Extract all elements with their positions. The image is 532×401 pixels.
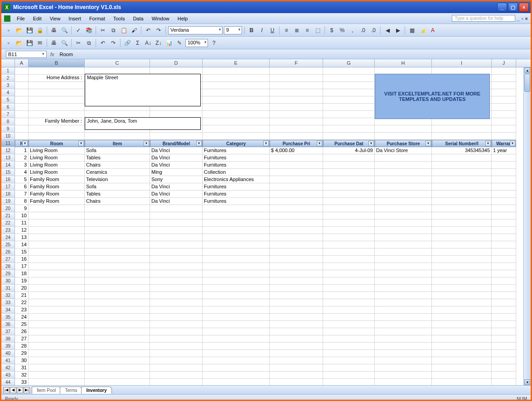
row-header[interactable]: 36 — [1, 321, 15, 328]
cell[interactable] — [150, 241, 203, 248]
cell[interactable] — [375, 364, 432, 372]
font-size-select[interactable]: 9 — [224, 26, 242, 34]
cell[interactable] — [203, 372, 270, 379]
cell[interactable] — [432, 379, 492, 385]
formula-bar[interactable]: Room — [58, 51, 531, 57]
cell[interactable] — [492, 67, 516, 75]
address-input[interactable]: Mapple Street — [85, 74, 201, 106]
vertical-scrollbar[interactable]: ▴ ▾ — [523, 67, 531, 385]
cell[interactable] — [270, 335, 323, 343]
cell[interactable] — [492, 350, 516, 357]
cell[interactable] — [150, 299, 203, 306]
row-header[interactable]: 31 — [1, 285, 15, 292]
cell-date[interactable]: 4-Jul-09 — [323, 147, 375, 154]
row-header[interactable]: 23 — [1, 227, 15, 234]
row-header[interactable]: 11 — [1, 140, 15, 147]
sheet-tab-terms[interactable]: Terms — [60, 387, 82, 394]
cell[interactable] — [323, 335, 375, 343]
row-header[interactable]: 42 — [1, 364, 15, 372]
cell[interactable] — [203, 248, 270, 256]
cell[interactable] — [492, 118, 516, 125]
cell[interactable] — [150, 357, 203, 364]
cell[interactable] — [375, 343, 432, 350]
cell[interactable] — [150, 234, 203, 241]
menu-help[interactable]: Help — [174, 15, 192, 22]
cell-serial[interactable] — [432, 198, 492, 205]
cell[interactable] — [85, 227, 150, 234]
cell[interactable] — [375, 379, 432, 385]
paste-icon[interactable]: 📋 — [119, 26, 128, 35]
cell[interactable] — [492, 328, 516, 335]
cell-brand[interactable]: Da Vinci — [150, 162, 203, 169]
column-header-E[interactable]: E — [203, 59, 270, 67]
doc-close-button[interactable]: × — [525, 16, 528, 21]
cell[interactable] — [375, 335, 432, 343]
cell[interactable] — [203, 350, 270, 357]
cell[interactable] — [323, 227, 375, 234]
cell[interactable] — [270, 328, 323, 335]
row-header[interactable]: 40 — [1, 350, 15, 357]
table-header-category[interactable]: Category▾ — [203, 140, 270, 147]
cell[interactable] — [375, 357, 432, 364]
cell[interactable] — [29, 256, 85, 263]
row-header[interactable]: 17 — [1, 183, 15, 191]
cell[interactable] — [323, 379, 375, 385]
cell-category[interactable]: Collection — [203, 169, 270, 176]
cell[interactable] — [492, 292, 516, 299]
tab-first-icon[interactable]: |◀ — [3, 387, 10, 393]
cell[interactable] — [323, 205, 375, 212]
cell[interactable] — [150, 335, 203, 343]
cell[interactable] — [150, 328, 203, 335]
cell[interactable] — [323, 212, 375, 220]
cell-serial[interactable] — [432, 162, 492, 169]
cell[interactable] — [375, 328, 432, 335]
cell[interactable] — [492, 335, 516, 343]
cell[interactable] — [375, 277, 432, 285]
filter-dropdown-icon[interactable]: ▾ — [78, 141, 84, 146]
row-header[interactable]: 9 — [1, 125, 15, 133]
cell[interactable] — [492, 306, 516, 314]
row-header[interactable]: 33 — [1, 299, 15, 306]
cell[interactable] — [150, 256, 203, 263]
cell[interactable] — [323, 104, 375, 111]
cell[interactable] — [203, 82, 270, 89]
align-right-icon[interactable]: ≡ — [303, 26, 312, 35]
cell-store[interactable] — [375, 183, 432, 191]
cell[interactable] — [203, 343, 270, 350]
cell[interactable] — [432, 357, 492, 364]
family-input[interactable]: John, Jane, Dora, Tom — [85, 117, 201, 130]
cell[interactable] — [85, 241, 150, 248]
cell-brand[interactable]: Da Vinci — [150, 191, 203, 198]
cell[interactable] — [150, 220, 203, 227]
cell[interactable] — [29, 89, 85, 96]
cell[interactable] — [203, 234, 270, 241]
cell[interactable] — [15, 104, 29, 111]
cell[interactable] — [203, 364, 270, 372]
cell[interactable] — [323, 314, 375, 321]
cell[interactable] — [270, 372, 323, 379]
cell[interactable] — [375, 285, 432, 292]
cell[interactable] — [492, 263, 516, 270]
cell[interactable] — [323, 372, 375, 379]
cell[interactable] — [150, 212, 203, 220]
cell-serial[interactable] — [432, 183, 492, 191]
cell[interactable] — [85, 328, 150, 335]
row-header[interactable]: 29 — [1, 270, 15, 277]
cell[interactable] — [492, 104, 516, 111]
increase-indent-icon[interactable]: ▶ — [393, 26, 402, 35]
cell[interactable] — [375, 350, 432, 357]
cell[interactable] — [29, 125, 85, 133]
row-header[interactable]: 28 — [1, 263, 15, 270]
cell-date[interactable] — [323, 162, 375, 169]
cell[interactable] — [432, 292, 492, 299]
scroll-down-icon[interactable]: ▾ — [524, 379, 530, 385]
row-header[interactable]: 35 — [1, 314, 15, 321]
cell-room[interactable]: Family Room — [29, 191, 85, 198]
cell[interactable] — [432, 248, 492, 256]
column-header-D[interactable]: D — [150, 59, 203, 67]
cell-category[interactable]: Furnitures — [203, 147, 270, 154]
cell[interactable] — [323, 241, 375, 248]
scroll-up-icon[interactable]: ▴ — [524, 67, 530, 73]
cell[interactable] — [203, 321, 270, 328]
cell-brand[interactable]: Ming — [150, 169, 203, 176]
